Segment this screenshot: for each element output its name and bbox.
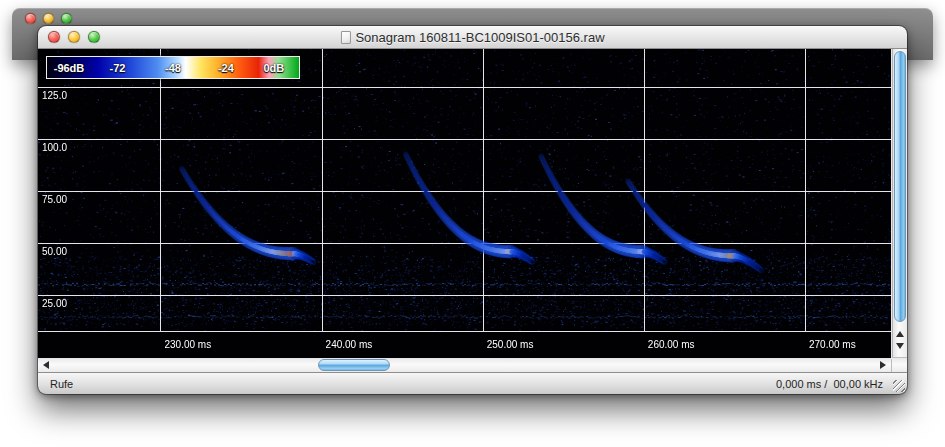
status-mode-label: Rufe — [38, 378, 73, 390]
spectrogram-canvas[interactable] — [38, 49, 892, 359]
arrow-left-icon — [43, 361, 49, 369]
status-bar: Rufe 0,000 ms / 00,00 kHz — [38, 372, 907, 394]
scroll-left-button[interactable] — [38, 358, 54, 372]
db-color-scale: -96dB -72 -48 -24 0dB — [46, 56, 300, 79]
db-scale-label: 0dB — [263, 62, 284, 74]
vertical-scrollbar-thumb[interactable] — [894, 51, 906, 322]
close-button[interactable] — [25, 13, 36, 24]
main-area: -96dB -72 -48 -24 0dB 125.0100.075.0050.… — [38, 49, 907, 357]
db-scale-label: -96dB — [54, 62, 85, 74]
zoom-button[interactable] — [88, 31, 100, 43]
traffic-lights — [48, 31, 100, 43]
arrow-right-icon — [880, 361, 886, 369]
window-title: Sonagram 160811-BC1009IS01-00156.raw — [340, 26, 604, 48]
resize-grip[interactable] — [893, 380, 905, 392]
vertical-scrollbar[interactable] — [892, 49, 907, 357]
scrollbar-corner — [891, 358, 907, 372]
title-bar[interactable]: Sonagram 160811-BC1009IS01-00156.raw — [38, 26, 907, 49]
window-title-text: Sonagram 160811-BC1009IS01-00156.raw — [355, 30, 604, 45]
background-window-traffic-lights — [12, 8, 933, 24]
zoom-button[interactable] — [61, 13, 72, 24]
db-scale-label: -48 — [165, 62, 181, 74]
close-button[interactable] — [48, 31, 60, 43]
minimize-button[interactable] — [68, 31, 80, 43]
vertical-scroll-arrows — [893, 325, 907, 357]
sonagram-window: Sonagram 160811-BC1009IS01-00156.raw -96… — [38, 26, 907, 394]
spectrogram-area: -96dB -72 -48 -24 0dB 125.0100.075.0050.… — [38, 49, 892, 357]
horizontal-scrollbar-track[interactable] — [54, 358, 875, 372]
vertical-scrollbar-track[interactable] — [893, 49, 907, 325]
document-icon — [340, 31, 350, 44]
db-scale-label: -72 — [110, 62, 126, 74]
arrow-down-icon — [896, 343, 904, 349]
scroll-down-button[interactable] — [896, 343, 904, 349]
cursor-position-readout: 0,000 ms / 00,00 kHz — [776, 378, 907, 390]
db-scale-label: -24 — [218, 62, 234, 74]
horizontal-scrollbar-thumb[interactable] — [318, 359, 390, 371]
arrow-up-icon — [896, 331, 904, 337]
scroll-right-button[interactable] — [875, 358, 891, 372]
minimize-button[interactable] — [43, 13, 54, 24]
horizontal-scrollbar[interactable] — [38, 357, 907, 372]
scroll-up-button[interactable] — [896, 331, 904, 337]
